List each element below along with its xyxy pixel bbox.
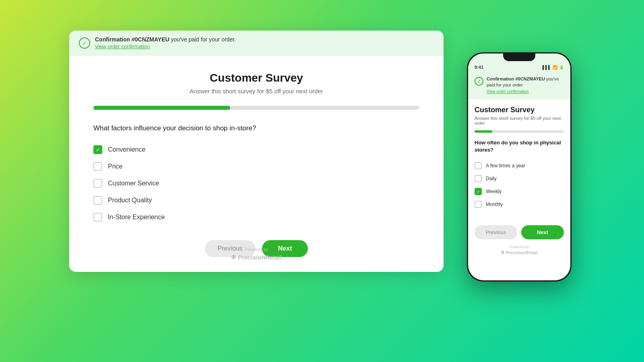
phone-notch	[503, 52, 535, 61]
label-customer-service: Customer Service	[108, 180, 159, 187]
phone-button-row: Previous Next	[468, 225, 570, 239]
checkbox-product-quality[interactable]	[93, 196, 102, 205]
confirmation-suffix: you've paid for your order.	[169, 36, 236, 43]
check-icon: ✓	[79, 37, 90, 49]
status-icons: ▌▌▌ 📶 🔋	[543, 65, 564, 70]
label-instore-experience: In-Store Experience	[108, 214, 165, 221]
checkbox-convenience[interactable]: ✓	[93, 145, 102, 154]
progress-bar-fill	[93, 106, 230, 110]
phone-checkbox-few-times[interactable]	[475, 162, 482, 169]
list-item[interactable]: Price	[93, 158, 419, 175]
battery-icon: 🔋	[559, 65, 564, 70]
label-product-quality: Product Quality	[108, 197, 152, 204]
list-item[interactable]: ✓ Weekly	[475, 185, 564, 198]
confirmation-info: Confirmation #0CNZMAYEU you've paid for …	[95, 36, 236, 49]
list-item[interactable]: Customer Service	[93, 175, 419, 192]
desktop-survey-card: ✓ Confirmation #0CNZMAYEU you've paid fo…	[69, 31, 444, 272]
brand-icon: ⊕	[231, 253, 236, 261]
survey-subtitle: Answer this short survey for $5 off your…	[93, 88, 419, 95]
phone-confirmation-bar: ✓ Confirmation #0CNZMAYEU you've paid fo…	[468, 72, 570, 99]
phone-survey-body: Customer Survey Answer this short survey…	[468, 99, 570, 225]
list-item[interactable]: ✓ Convenience	[93, 141, 419, 158]
phone-survey-subtitle: Answer this short survey for $5 off your…	[475, 116, 564, 125]
phone-label-weekly: Weekly	[486, 189, 502, 194]
powered-by-label: Powered by	[69, 247, 444, 252]
phone-survey-title: Customer Survey	[475, 106, 564, 114]
phone-confirmation-info: Confirmation #0CNZMAYEU you've paid for …	[487, 76, 564, 94]
phone-view-order-link[interactable]: View order confirmation	[487, 89, 564, 94]
phone-progress-fill	[475, 130, 492, 133]
phone-label-few-times: A few times a year	[486, 163, 525, 169]
phone-mockup: 9:41 ▌▌▌ 📶 🔋 ✓ Confirmation #0CNZMAYEU y…	[467, 52, 572, 282]
confirmation-text: Confirmation #0CNZMAYEU you've paid for …	[95, 36, 236, 43]
brand-text: PrecisionRetail	[238, 254, 281, 261]
checkbox-list: ✓ Convenience Price Customer Service Pro…	[93, 141, 419, 226]
phone-brand-name: ⊕ PrecisionRetail	[475, 250, 564, 255]
checkbox-price[interactable]	[93, 162, 102, 171]
phone-label-daily: Daily	[486, 176, 497, 181]
phone-brand-icon: ⊕	[501, 250, 504, 255]
list-item[interactable]: Daily	[475, 172, 564, 185]
phone-confirmation-text: Confirmation #0CNZMAYEU you've paid for …	[487, 76, 564, 88]
wifi-icon: 📶	[553, 65, 557, 70]
signal-icon: ▌▌▌	[543, 65, 551, 70]
list-item[interactable]: Monthly	[475, 198, 564, 211]
survey-title: Customer Survey	[93, 72, 419, 84]
phone-check-icon: ✓	[475, 77, 483, 86]
phone-progress-container	[475, 130, 564, 133]
phone-screen: 9:41 ▌▌▌ 📶 🔋 ✓ Confirmation #0CNZMAYEU y…	[468, 53, 570, 280]
list-item[interactable]: A few times a year	[475, 159, 564, 172]
phone-checkbox-weekly[interactable]: ✓	[475, 188, 482, 195]
confirmation-number: Confirmation #0CNZMAYEU	[95, 36, 169, 43]
label-convenience: Convenience	[108, 146, 145, 153]
phone-powered-by: Powered by ⊕ PrecisionRetail	[468, 245, 570, 255]
list-item[interactable]: Product Quality	[93, 192, 419, 209]
checkbox-customer-service[interactable]	[93, 179, 102, 188]
label-price: Price	[108, 163, 122, 170]
phone-label-monthly: Monthly	[486, 202, 503, 207]
phone-confirmation-number: Confirmation #0CNZMAYEU	[487, 76, 545, 81]
confirmation-bar: ✓ Confirmation #0CNZMAYEU you've paid fo…	[69, 31, 444, 56]
phone-previous-button[interactable]: Previous	[475, 225, 517, 239]
survey-question: What factors influence your decision to …	[93, 124, 419, 132]
progress-bar-container	[93, 106, 419, 110]
checkbox-instore-experience[interactable]	[93, 213, 102, 222]
phone-brand-text: PrecisionRetail	[506, 250, 537, 255]
view-order-link[interactable]: View order confirmation	[95, 43, 236, 49]
brand-name: ⊕ PrecisionRetail	[69, 253, 444, 261]
phone-survey-question: How often do you shop in physical stores…	[475, 139, 564, 154]
list-item[interactable]: In-Store Experience	[93, 209, 419, 226]
phone-next-button[interactable]: Next	[521, 225, 564, 239]
phone-checkbox-monthly[interactable]	[475, 201, 482, 208]
phone-time: 9:41	[475, 65, 483, 70]
phone-powered-label: Powered by	[475, 245, 564, 249]
powered-by-section: Powered by ⊕ PrecisionRetail	[69, 247, 444, 261]
phone-checkbox-daily[interactable]	[475, 175, 482, 182]
phone-checkbox-list: A few times a year Daily ✓ Weekly Monthl…	[475, 159, 564, 211]
survey-body: Customer Survey Answer this short survey…	[69, 56, 444, 272]
